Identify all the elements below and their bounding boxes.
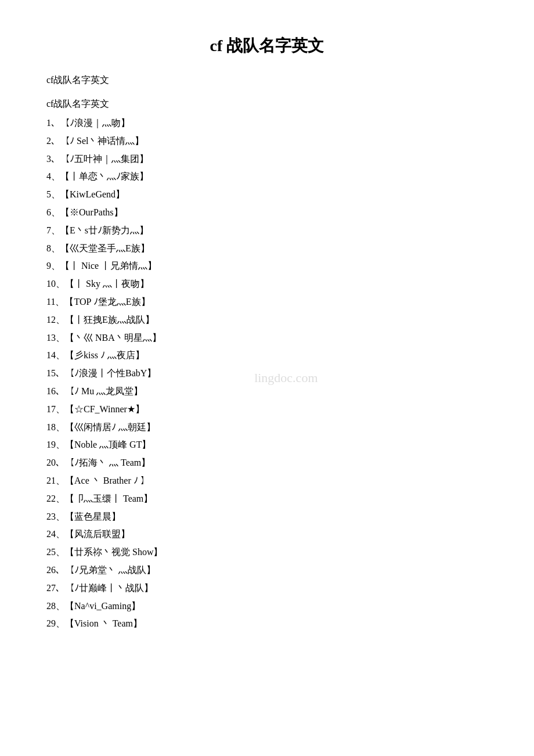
list-item: 19、【Noble 灬顶峰 GT】: [46, 437, 488, 453]
list-item: 15、【ﾉ浪漫丨个性BabY】: [46, 365, 488, 382]
list-item: 27、【ﾉ廿巅峰丨丶战队】: [46, 580, 488, 597]
list-item: 11、【TOP ﾉ堡龙灬E族】: [46, 294, 488, 311]
list-item: 8、【巛天堂圣手灬E族】: [46, 240, 488, 257]
list-item: 7、【E丶s廿ﾉ新势力灬】: [46, 222, 488, 239]
list-item: 28、【Na^vi_Gaming】: [46, 598, 488, 615]
page-title: cf 战队名字英文: [46, 35, 488, 57]
list-container: 1、【ﾉ浪漫｜灬吻】2、【ﾉ Sel丶神话情灬】3、【ﾉ五叶神｜灬集团】4、【丨…: [46, 115, 488, 632]
list-item: 9、【丨 Nice 丨兄弟情灬】: [46, 258, 488, 275]
list-item: 23、【蓝色星晨】: [46, 509, 488, 525]
intro-text: cf战队名字英文: [46, 98, 488, 110]
list-item: 25、【廿系祢丶视觉 Show】: [46, 544, 488, 561]
list-item: 1、【ﾉ浪漫｜灬吻】: [46, 115, 488, 132]
list-item: 17、【☆CF_Winner★】: [46, 401, 488, 418]
list-item: 22、【卩灬玉缳丨 Team】: [46, 491, 488, 507]
list-item: 12、【丨狂拽E族灬战队】: [46, 312, 488, 329]
list-item: 4、【丨单恋丶灬ﾉ家族】: [46, 168, 488, 185]
list-item: 13、【丶巛 NBA丶明星灬】: [46, 330, 488, 347]
list-item: 18、【巛闲情居ﾉ 灬朝廷】: [46, 419, 488, 436]
list-item: 16、【ﾉ Mu 灬龙凤堂】: [46, 383, 488, 400]
list-item: 20、【ﾉ拓海丶 灬 Team】: [46, 455, 488, 471]
list-item: 6、【※OurPaths】: [46, 204, 488, 221]
list-item: 29、【Vision 丶 Team】: [46, 615, 488, 632]
subtitle: cf战队名字英文: [46, 74, 488, 87]
list-item: 21、【Ace 丶 Brather ﾉ 】: [46, 473, 488, 489]
list-item: 24、【风流后联盟】: [46, 526, 488, 543]
list-item: 26、【ﾉ兄弟堂丶 灬战队】: [46, 562, 488, 579]
list-item: 10、【丨 Sky 灬丨夜吻】: [46, 276, 488, 293]
list-item: 5、【KiwLeGend】: [46, 186, 488, 203]
list-item: 2、【ﾉ Sel丶神话情灬】: [46, 133, 488, 150]
list-item: 3、【ﾉ五叶神｜灬集团】: [46, 151, 488, 168]
list-item: 14、【彡kiss ﾉ 灬夜店】: [46, 347, 488, 364]
